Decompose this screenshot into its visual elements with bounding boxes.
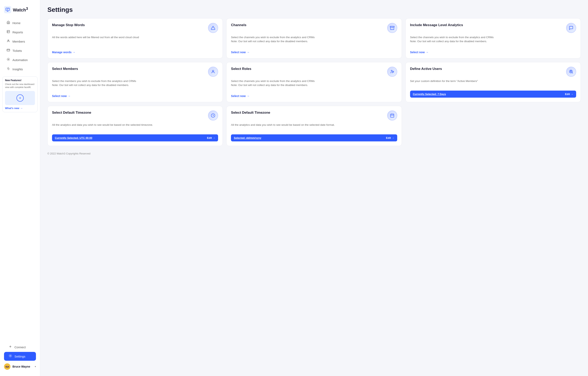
svg-line-12: [7, 67, 7, 68]
sidebar-item-settings[interactable]: Settings: [4, 352, 36, 361]
card-desc: All the analytics and data you wish to s…: [231, 123, 397, 132]
card-icon: [566, 23, 576, 33]
sidebar-item-label: Insights: [12, 67, 23, 71]
manage-words-link[interactable]: Manage words →: [52, 51, 218, 54]
channels-select-link[interactable]: Select now →: [231, 51, 397, 54]
active-users-edit-button[interactable]: Edit →: [565, 93, 573, 96]
svg-point-24: [391, 70, 392, 72]
card-desc: All the analytics and data you wish to s…: [52, 123, 218, 132]
card-icon: [387, 67, 397, 77]
svg-rect-21: [390, 26, 394, 27]
logo-icon: [4, 6, 11, 13]
cards-row-2: Select Members Select the members you wi…: [47, 62, 581, 102]
card-select-timezone: Select Default Timezone All the analytic…: [47, 106, 223, 146]
card-icon: [208, 67, 218, 77]
svg-point-28: [570, 71, 571, 72]
card-select-roles: Select Roles Select the channels you wis…: [226, 62, 402, 102]
cards-row-1: Manage Stop Words All the words added he…: [47, 18, 581, 58]
members-icon: [6, 39, 10, 44]
tickets-icon: [6, 48, 10, 53]
sidebar-item-label: Tickets: [12, 49, 22, 52]
card-desc: Select the channels you wish to exclude …: [231, 79, 397, 92]
svg-point-8: [8, 59, 9, 60]
user-profile[interactable]: 🦇 Bruce Wayne ▾: [2, 361, 38, 372]
sidebar-item-members[interactable]: Members: [2, 37, 38, 46]
timezone-selected-bar: Currently Selected: UTC 00:00 Edit →: [52, 134, 218, 141]
card-icon: [566, 67, 576, 77]
date-format-edit-button[interactable]: Edit →: [386, 136, 394, 139]
card-define-active-users: Define Active Users Set your custom defi…: [405, 62, 581, 102]
page-title: Settings: [47, 6, 581, 13]
svg-point-9: [7, 68, 9, 69]
sidebar-item-label: Reports: [12, 31, 23, 34]
card-title: Manage Stop Words: [52, 23, 208, 27]
card-icon: [208, 110, 218, 121]
automation-icon: [6, 58, 10, 62]
message-analytics-select-link[interactable]: Select now →: [410, 51, 576, 54]
card-desc: Select the channels you wish to exclude …: [231, 35, 397, 48]
card-message-analytics: Include Message Level Analytics Select t…: [405, 18, 581, 58]
svg-point-15: [20, 98, 20, 98]
logo-text: Watch3: [13, 6, 28, 13]
members-select-link[interactable]: Select now →: [52, 94, 218, 98]
card-icon: [387, 110, 397, 121]
sidebar-item-connect[interactable]: Connect: [4, 343, 36, 352]
svg-point-18: [10, 355, 11, 356]
timezone-edit-button[interactable]: Edit →: [207, 136, 215, 139]
new-features-title: New Features!: [5, 79, 35, 82]
sidebar-item-automation[interactable]: Automation: [2, 55, 38, 64]
card-title: Channels: [231, 23, 387, 27]
sidebar-item-label: Automation: [12, 58, 28, 62]
sidebar-item-reports[interactable]: Reports: [2, 28, 38, 37]
date-format-selected-label[interactable]: Selected: dd/mm/yyyy: [234, 136, 261, 139]
card-desc: Select the channels you wish to exclude …: [410, 35, 576, 48]
home-icon: [6, 21, 10, 25]
sidebar: Watch3 Home Reports Members Tickets: [0, 0, 40, 376]
thumb-icon: [16, 94, 24, 102]
whats-new-link[interactable]: What's new →: [5, 107, 35, 110]
main-nav: Home Reports Members Tickets Automation: [0, 18, 40, 74]
copyright-text: © 2022 Watch3 Copyrights Reserved: [47, 152, 90, 155]
settings-icon: [8, 354, 12, 358]
svg-point-23: [212, 70, 214, 72]
avatar: 🦇: [4, 363, 10, 370]
sidebar-item-home[interactable]: Home: [2, 19, 38, 27]
chevron-down-icon: ▾: [35, 365, 36, 368]
new-features-thumbnail: [5, 91, 35, 105]
sidebar-item-insights[interactable]: Insights: [2, 65, 38, 73]
reports-icon: [6, 30, 10, 34]
sidebar-item-label: Settings: [14, 355, 25, 358]
new-features-box: New Features! Check out the new dashboar…: [2, 76, 38, 112]
footer: © 2022 Watch3 Copyrights Reserved: [47, 150, 581, 155]
svg-line-27: [572, 73, 573, 73]
logo: Watch3: [0, 4, 40, 18]
svg-rect-2: [7, 30, 10, 33]
cards-row-3: Select Default Timezone All the analytic…: [47, 106, 581, 146]
card-title: Define Active Users: [410, 67, 566, 71]
date-format-selected-bar: Selected: dd/mm/yyyy Edit →: [231, 134, 397, 141]
card-desc: Select the members you wish to exclude f…: [52, 79, 218, 92]
sidebar-item-label: Home: [12, 21, 21, 25]
svg-point-5: [8, 40, 9, 41]
card-title: Select Roles: [231, 67, 387, 71]
card-title: Select Default Timezone: [231, 110, 387, 115]
roles-select-link[interactable]: Select now →: [231, 94, 397, 98]
card-icon: [387, 23, 397, 33]
sidebar-item-label: Members: [12, 40, 25, 43]
user-name: Bruce Wayne: [12, 365, 33, 368]
timezone-selected-label[interactable]: Currently Selected: UTC 00:00: [55, 136, 92, 139]
sidebar-item-tickets[interactable]: Tickets: [2, 46, 38, 55]
connect-icon: [8, 345, 12, 349]
new-features-desc: Check out the new dashboard view with co…: [5, 83, 35, 89]
svg-rect-0: [6, 8, 10, 11]
card-select-date-format: Select Default Timezone All the analytic…: [226, 106, 402, 146]
active-users-selected-label[interactable]: Currently Selected: 7 Days: [413, 93, 446, 96]
card-title: Select Default Timezone: [52, 110, 208, 115]
card-manage-stop-words: Manage Stop Words All the words added he…: [47, 18, 223, 58]
insights-icon: [6, 67, 10, 71]
card-desc: Set your custom definition for the term …: [410, 79, 576, 88]
sidebar-bottom: Connect Settings 🦇 Bruce Wayne ▾: [0, 342, 40, 372]
card-title: Include Message Level Analytics: [410, 23, 566, 27]
card-icon: [208, 23, 218, 33]
main-content: Settings Manage Stop Words All the words…: [40, 0, 588, 376]
